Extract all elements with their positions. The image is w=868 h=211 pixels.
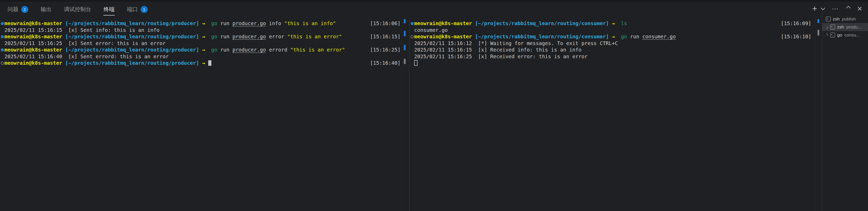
terminal-item-go-consumer[interactable]: └goconsu... [822,31,868,39]
tab-label: 终端 [103,6,115,13]
maximize-panel-button[interactable] [845,4,850,13]
terminal-item-description: publish [842,16,856,22]
panel-tab-bar: 问题2输出调试控制台终端端口1 [7,3,148,17]
terminal-pane-producer[interactable]: meowrain@k8s-master [~/projects/rabbitmq… [0,18,409,211]
more-actions-icon[interactable]: ··· [832,4,838,13]
problems-count-badge: 2 [21,6,28,13]
command-timestamp: [15:16:09] [781,20,811,27]
terminal-line [410,60,822,67]
command-decoration-icon[interactable] [1,35,4,38]
terminal-content: meowrain@k8s-master [~/projects/rabbitmq… [0,18,409,67]
terminal-line: meowrain@k8s-master [~/projects/rabbitmq… [0,20,409,27]
terminal-cursor [208,60,211,66]
panel-action-bar: +···× [812,4,862,13]
close-panel-icon[interactable]: × [857,4,862,13]
terminal-line: 2025/02/11 15:16:15 [x] Received info: t… [410,46,822,53]
terminal-profiles-dropdown-button[interactable] [820,4,825,13]
command-timestamp: [15:16:25] [370,46,400,53]
terminal-line: 2025/02/11 15:16:12 [*] Waiting for mess… [410,40,822,47]
terminal-line: meowrain@k8s-master [~/projects/rabbitmq… [0,60,409,67]
terminal-line: 2025/02/11 15:16:25 [x] Received error: … [410,53,822,60]
maximize-panel-icon [846,6,850,10]
tab-label: 问题 [7,6,19,13]
split-group-indicator: └ [826,33,830,38]
terminal-item-description: produ... [846,25,861,30]
terminal-line: 2025/02/11 15:16:15 [x] Sent info: this … [0,27,409,34]
terminal-item-zsh-producer[interactable]: ┌zshprodu... [822,23,868,31]
terminal-line: meowrain@k8s-master [~/projects/rabbitmq… [0,33,409,40]
terminal-icon [830,33,835,38]
terminal-line: 2025/02/11 15:16:25 [x] Sent error: this… [0,40,409,47]
command-decoration-icon[interactable] [410,35,414,38]
command-timestamp: [15:16:40] [370,60,400,67]
split-group-indicator: ┌ [826,25,830,30]
scrollbar-command-mark [404,19,406,23]
panel-top-border [0,0,868,2]
command-decoration-icon[interactable] [1,22,4,25]
terminal-item-label: go [837,33,842,38]
terminal-icon [830,25,835,30]
terminal-item-zsh-publish[interactable]: zshpublish [822,15,868,23]
tab-debug-console[interactable]: 调试控制台 [64,4,91,16]
command-decoration-icon[interactable] [1,48,4,51]
scrollbar-command-mark [404,59,406,64]
scrollbar-command-mark [404,45,406,50]
terminal-line: meowrain@k8s-master [~/projects/rabbitmq… [410,33,822,40]
terminal-icon [826,16,831,22]
tab-label: 端口 [127,6,138,13]
command-timestamp: [15:16:06] [370,20,400,27]
tab-label: 输出 [41,6,52,13]
command-decoration-icon[interactable] [410,22,414,25]
terminal-item-description: consu... [844,33,860,38]
tab-problems[interactable]: 问题2 [7,4,29,16]
new-terminal-icon[interactable]: + [812,4,817,13]
terminal-line: meowrain@k8s-master [~/projects/rabbitmq… [410,20,822,27]
ports-count-badge: 1 [141,6,148,13]
tab-terminal[interactable]: 终端 [103,4,115,16]
terminal-content: meowrain@k8s-master [~/projects/rabbitmq… [410,18,822,67]
command-timestamp: [15:16:10] [781,33,811,40]
scrollbar-command-mark [404,31,406,36]
terminal-item-label: zsh [833,16,839,22]
command-decoration-icon[interactable] [1,62,4,65]
tab-label: 调试控制台 [64,6,91,13]
scrollbar-command-mark [817,30,819,35]
terminal-item-label: zsh [837,25,844,30]
terminal-line: 2025/02/11 15:16:40 [x] Sent errord: thi… [0,53,409,60]
scrollbar-command-mark [817,19,819,23]
terminal-cursor [414,60,417,66]
tab-ports[interactable]: 端口1 [127,4,148,16]
terminal-profiles-dropdown-icon [821,6,825,10]
tab-output[interactable]: 输出 [40,4,52,16]
command-timestamp: [15:16:15] [370,33,400,40]
terminal-tabs-list: zshpublish┌zshprodu...└goconsu... [822,12,868,211]
terminal-line: consumer.go [410,27,822,34]
terminal-line: meowrain@k8s-master [~/projects/rabbitmq… [0,46,409,53]
terminal-pane-consumer[interactable]: meowrain@k8s-master [~/projects/rabbitmq… [410,18,822,211]
